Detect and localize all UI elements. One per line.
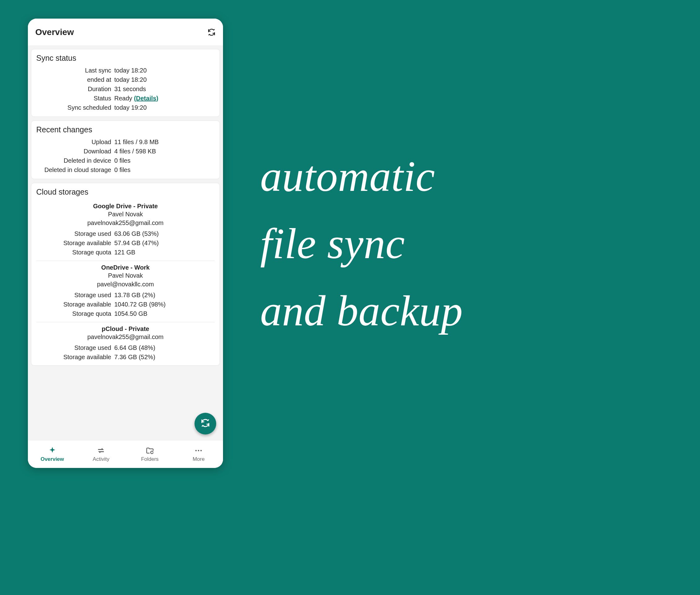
folder-sync-icon [146, 446, 154, 455]
storage-account[interactable]: pCloud - Private pavelnovak255@gmail.com… [36, 322, 215, 365]
changes-row-upload: Upload 11 files / 9.8 MB [36, 137, 215, 147]
account-user: Pavel Novak [36, 271, 215, 280]
label: Storage quota [36, 248, 114, 257]
account-email: pavelnovak255@gmail.com [36, 333, 215, 341]
headline-line: file sync [260, 210, 681, 277]
sync-row-scheduled: Sync scheduled today 19:20 [36, 103, 215, 112]
label: Upload [36, 137, 114, 147]
changes-row-deleted-device: Deleted in device 0 files [36, 156, 215, 165]
sync-row-last-sync: Last sync today 18:20 [36, 66, 215, 75]
label: Storage available [36, 238, 114, 248]
nav-label: More [193, 456, 205, 462]
sync-now-fab[interactable] [195, 413, 216, 434]
sync-icon [201, 418, 210, 429]
headline-line: automatic [260, 143, 681, 210]
sync-row-duration: Duration 31 seconds [36, 84, 215, 93]
account-name: Google Drive - Private [36, 203, 215, 210]
cloud-storages-card: Cloud storages Google Drive - Private Pa… [31, 183, 220, 366]
account-name: OneDrive - Work [36, 264, 215, 271]
value: 1054.50 GB [114, 309, 147, 318]
storage-used-row: Storage used 13.78 GB (2%) [36, 290, 215, 300]
account-user: Pavel Novak [36, 210, 215, 219]
label: Storage quota [36, 309, 114, 318]
storage-quota-row: Storage quota 121 GB [36, 248, 215, 257]
label: ended at [36, 75, 114, 84]
label: Deleted in cloud storage [36, 165, 114, 174]
label: Storage used [36, 229, 114, 238]
value: 6.64 GB (48%) [114, 343, 155, 352]
nav-more[interactable]: More [174, 441, 223, 468]
sync-row-status: Status Ready (Details) [36, 93, 215, 103]
storage-account[interactable]: OneDrive - Work Pavel Novak pavel@novakl… [36, 261, 215, 322]
nav-label: Folders [141, 456, 158, 462]
content-area: Sync status Last sync today 18:20 ended … [28, 46, 223, 440]
value: today 18:20 [114, 66, 147, 75]
value: 63.06 GB (53%) [114, 229, 158, 238]
value: 121 GB [114, 248, 135, 257]
value: 0 files [114, 165, 130, 174]
storage-available-row: Storage available 7.36 GB (52%) [36, 352, 215, 362]
label: Last sync [36, 66, 114, 75]
marketing-headline: automatic file sync and backup [260, 143, 681, 344]
headline-line: and backup [260, 277, 681, 344]
page-title: Overview [35, 27, 207, 37]
nav-label: Overview [40, 456, 64, 462]
cloud-storages-title: Cloud storages [36, 188, 215, 196]
label: Duration [36, 84, 114, 93]
sync-status-card: Sync status Last sync today 18:20 ended … [31, 49, 220, 117]
label: Sync scheduled [36, 103, 114, 112]
changes-row-download: Download 4 files / 598 KB [36, 147, 215, 156]
value: 4 files / 598 KB [114, 147, 156, 156]
value: 11 files / 9.8 MB [114, 137, 158, 147]
more-icon [194, 446, 203, 455]
nav-overview[interactable]: Overview [28, 441, 77, 468]
value: 31 seconds [114, 84, 146, 93]
bottom-nav: Overview Activity Folders More [28, 440, 223, 468]
nav-folders[interactable]: Folders [125, 441, 174, 468]
swap-icon [97, 446, 105, 455]
label: Download [36, 147, 114, 156]
account-name: pCloud - Private [36, 325, 215, 333]
recent-changes-card: Recent changes Upload 11 files / 9.8 MB … [31, 120, 220, 179]
svg-point-2 [200, 450, 202, 451]
nav-label: Activity [93, 456, 109, 462]
value: 57.94 GB (47%) [114, 238, 158, 248]
nav-activity[interactable]: Activity [77, 441, 126, 468]
sync-status-title: Sync status [36, 54, 215, 63]
account-email: pavel@novakllc.com [36, 280, 215, 288]
label: Storage available [36, 352, 114, 362]
storage-used-row: Storage used 63.06 GB (53%) [36, 229, 215, 238]
changes-row-deleted-cloud: Deleted in cloud storage 0 files [36, 165, 215, 174]
label: Deleted in device [36, 156, 114, 165]
value: today 18:20 [114, 75, 147, 84]
details-link[interactable]: (Details) [134, 95, 158, 102]
svg-point-1 [198, 450, 200, 451]
sync-row-ended-at: ended at today 18:20 [36, 75, 215, 84]
value: today 19:20 [114, 103, 147, 112]
svg-point-0 [196, 450, 197, 451]
label: Storage used [36, 343, 114, 352]
storage-available-row: Storage available 1040.72 GB (98%) [36, 300, 215, 309]
value: 13.78 GB (2%) [114, 290, 155, 300]
sparkle-icon [48, 446, 57, 455]
value: 7.36 GB (52%) [114, 352, 155, 362]
value: Ready (Details) [114, 93, 158, 103]
value: 1040.72 GB (98%) [114, 300, 166, 309]
label: Storage available [36, 300, 114, 309]
storage-used-row: Storage used 6.64 GB (48%) [36, 343, 215, 352]
recent-changes-title: Recent changes [36, 125, 215, 134]
account-email: pavelnovak255@gmail.com [36, 219, 215, 227]
storage-available-row: Storage available 57.94 GB (47%) [36, 238, 215, 248]
app-bar: Overview [28, 19, 223, 46]
phone-frame: Overview Sync status Last sync today 18:… [28, 19, 223, 468]
storage-account[interactable]: Google Drive - Private Pavel Novak pavel… [36, 200, 215, 261]
status-value: Ready [114, 95, 132, 102]
value: 0 files [114, 156, 130, 165]
sync-icon[interactable] [207, 28, 215, 36]
label: Status [36, 93, 114, 103]
storage-quota-row: Storage quota 1054.50 GB [36, 309, 215, 318]
label: Storage used [36, 290, 114, 300]
